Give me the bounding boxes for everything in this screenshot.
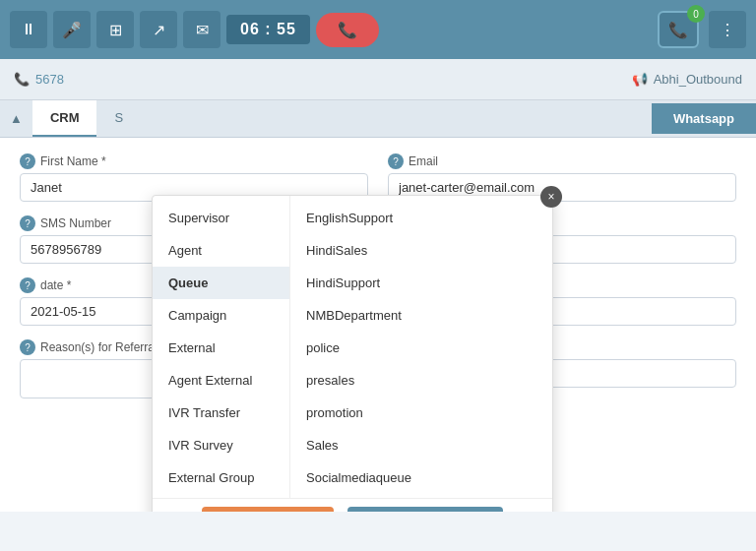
mic-button[interactable]: 🎤 [53,11,91,48]
attended-transfer-button[interactable]: Attended Transfer ➔ [347,507,503,512]
grid-button[interactable]: ⊞ [96,11,134,48]
transfer-button[interactable]: ↗ [140,11,177,48]
badge-count: 0 [687,5,705,23]
agent-name: Abhi_Outbound [654,72,742,87]
menu-item-agent[interactable]: Agent [153,234,289,267]
menu-item-campaign[interactable]: Campaign [153,299,289,332]
queue-item-social-media[interactable]: Socialmediaqueue [290,461,552,494]
email-button[interactable]: ✉ [183,11,220,48]
pause-button[interactable]: ⏸ [10,11,47,48]
email-help-icon: ? [388,153,404,169]
close-dropdown-button[interactable]: × [540,186,562,208]
more-button[interactable]: ⋮ [709,11,746,48]
queue-item-sales[interactable]: Sales [290,429,552,461]
main-content: ? First Name * ? Email ? SMS Number ? Tw… [0,138,756,512]
queue-item-police[interactable]: police [290,332,552,364]
dropdown-right-panel: EnglishSupport HindiSales HindiSupport N… [290,196,552,512]
call-timer: 06 : 55 [226,15,310,44]
queue-item-nmb-dept[interactable]: NMBDepartment [290,299,552,332]
sms-help-icon: ? [20,215,35,231]
menu-item-ivr-survey[interactable]: IVR Survey [153,429,289,461]
menu-item-supervisor[interactable]: Supervisor [153,202,289,234]
queue-item-english-support[interactable]: EnglishSupport [290,202,552,234]
announcement-icon: 📢 [632,72,648,87]
phone-number-display: 📞 5678 [14,72,64,87]
menu-item-external[interactable]: External [153,332,289,364]
second-bar: 📞 5678 📢 Abhi_Outbound [0,59,756,100]
date-help-icon: ? [20,277,35,293]
transfer-dropdown: × Supervisor Agent Queue Campaign Extern… [152,195,553,512]
first-name-label: ? First Name * [20,153,368,169]
tab-bar: ▲ CRM S Whatsapp [0,100,756,138]
menu-item-external-group[interactable]: External Group [153,461,289,494]
email-label: ? Email [388,153,736,169]
agent-name-display: 📢 Abhi_Outbound [632,72,742,87]
queue-item-hindi-support[interactable]: HindiSupport [290,267,552,299]
menu-item-agent-external[interactable]: Agent External [153,364,289,397]
end-call-button[interactable]: 📞 [316,13,379,47]
phone-icon: 📞 [14,72,30,87]
blind-transfer-button[interactable]: Blind Transfer ➔ [202,507,335,512]
queue-item-promotion[interactable]: promotion [290,397,552,429]
tab-arrow[interactable]: ▲ [0,103,32,134]
menu-item-ivr-transfer[interactable]: IVR Transfer [153,397,289,429]
tab-crm[interactable]: CRM [32,100,97,137]
dropdown-left-panel: Supervisor Agent Queue Campaign External… [153,196,290,512]
menu-item-queue[interactable]: Queue [153,267,289,299]
tab-whatsapp[interactable]: Whatsapp [652,103,756,134]
referral-help-icon: ? [20,339,35,355]
tab-s[interactable]: S [96,100,141,137]
phone-number: 5678 [35,72,64,87]
queue-item-presales[interactable]: presales [290,364,552,397]
first-name-help-icon: ? [20,153,35,169]
top-bar: ⏸ 🎤 ⊞ ↗ ✉ 06 : 55 📞 📞 0 ⋮ [0,0,756,59]
queue-item-hindi-sales[interactable]: HindiSales [290,234,552,267]
phone-badge[interactable]: 📞 0 [658,11,699,48]
